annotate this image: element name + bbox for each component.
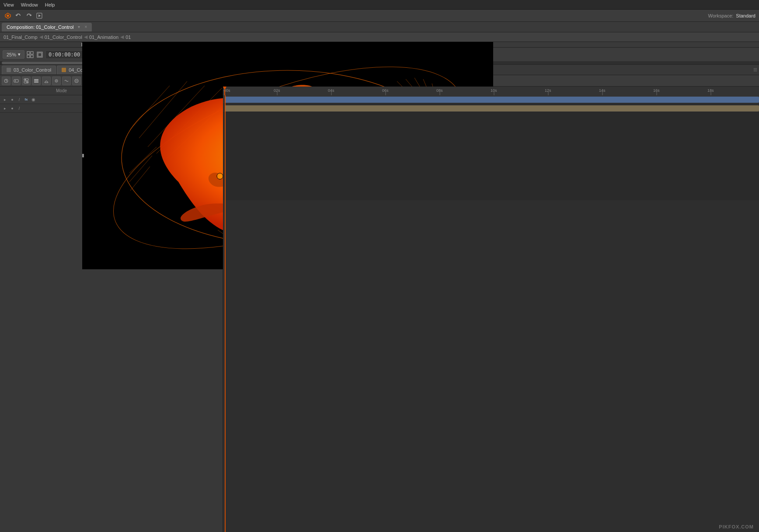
svg-text:18s: 18s bbox=[707, 88, 714, 93]
svg-text:04s: 04s bbox=[328, 88, 334, 93]
breadcrumb-sep-2: ◀ bbox=[120, 34, 124, 40]
breadcrumb-item-0[interactable]: 01_Final_Comp bbox=[3, 35, 38, 40]
svg-text:02s: 02s bbox=[274, 88, 280, 93]
svg-rect-34 bbox=[31, 52, 33, 54]
svg-point-29 bbox=[217, 173, 223, 179]
render-icon[interactable] bbox=[35, 11, 44, 20]
layer-1-solo-icon[interactable]: ● bbox=[10, 106, 15, 111]
viewer-canvas-handle-left[interactable] bbox=[82, 154, 84, 157]
menu-view[interactable]: View bbox=[3, 2, 14, 7]
track-row-0 bbox=[223, 95, 759, 104]
svg-point-68 bbox=[27, 81, 28, 83]
svg-rect-38 bbox=[38, 53, 42, 56]
timeline-tab-color-0 bbox=[7, 68, 11, 72]
toolbar: Workspace: Standard bbox=[0, 10, 759, 22]
ruler-svg: 00s 02s 04s 06s 08s bbox=[223, 87, 759, 95]
app-logo-icon bbox=[3, 11, 12, 20]
timeline-menu-icon[interactable]: ≡ bbox=[753, 66, 757, 74]
fit-to-comp-icon[interactable] bbox=[26, 51, 34, 59]
svg-rect-35 bbox=[27, 55, 30, 58]
menu-window[interactable]: Window bbox=[21, 2, 38, 7]
undo-icon[interactable] bbox=[14, 11, 23, 20]
tl-expression-icon[interactable] bbox=[62, 76, 71, 85]
tl-effect-icon[interactable] bbox=[52, 76, 61, 85]
timeline-tab-color-1 bbox=[62, 68, 66, 72]
comp-tab-bar: Composition: 01_Color_Control ▾ × bbox=[0, 22, 759, 32]
menu-help[interactable]: Help bbox=[45, 2, 55, 7]
layer-0-fx-icon[interactable]: fx bbox=[24, 97, 29, 102]
workspace-label: Workspace: bbox=[708, 13, 733, 18]
track-bar-0[interactable] bbox=[225, 97, 759, 103]
layer-0-pencil-icon[interactable]: / bbox=[17, 97, 22, 102]
breadcrumb-sep-1: ◀ bbox=[84, 34, 87, 40]
layer-1-expand[interactable]: ▸ bbox=[2, 105, 8, 111]
viewer-section bbox=[0, 42, 759, 47]
svg-marker-3 bbox=[38, 14, 41, 17]
empty-track-area bbox=[223, 113, 759, 200]
layer-0-paint-icon[interactable]: ◉ bbox=[31, 97, 36, 102]
track-area bbox=[223, 95, 759, 532]
breadcrumb-sep-0: ◀ bbox=[39, 34, 43, 40]
breadcrumb: 01_Final_Comp ◀ 01_Color_Control ◀ 01_An… bbox=[0, 32, 759, 42]
breadcrumb-item-3[interactable]: 01 bbox=[125, 35, 131, 40]
tl-right: 00s 02s 04s 06s 08s bbox=[223, 87, 759, 532]
track-row-1 bbox=[223, 104, 759, 113]
menu-bar: View Window Help bbox=[0, 0, 759, 10]
track-bar-1[interactable] bbox=[225, 105, 759, 111]
layer-0-expand[interactable]: ▸ bbox=[2, 97, 8, 103]
watermark: PIKFOX.COM bbox=[719, 524, 754, 529]
svg-rect-69 bbox=[34, 79, 38, 80]
svg-text:12s: 12s bbox=[545, 88, 551, 93]
viewer-row bbox=[0, 42, 759, 47]
svg-text:08s: 08s bbox=[436, 88, 443, 93]
tl-motion-blur-icon[interactable] bbox=[72, 76, 81, 85]
zoom-dropdown-icon[interactable]: ▾ bbox=[18, 52, 21, 57]
zoom-control[interactable]: 25% ▾ bbox=[3, 50, 24, 59]
breadcrumb-item-1[interactable]: 01_Color_Control bbox=[45, 35, 82, 40]
svg-point-73 bbox=[56, 80, 57, 81]
svg-rect-33 bbox=[27, 52, 30, 54]
svg-text:16s: 16s bbox=[653, 88, 660, 93]
workspace-value[interactable]: Standard bbox=[736, 13, 756, 18]
svg-rect-36 bbox=[31, 55, 33, 58]
breadcrumb-item-2[interactable]: 01_Animation bbox=[89, 35, 118, 40]
svg-line-63 bbox=[6, 81, 7, 81]
svg-rect-71 bbox=[34, 82, 38, 83]
timeline-ruler: 00s 02s 04s 06s 08s bbox=[223, 87, 759, 95]
zoom-value: 25% bbox=[7, 52, 16, 57]
comp-tab-title: Composition: 01_Color_Control bbox=[7, 24, 73, 30]
comp-tab-active[interactable]: Composition: 01_Color_Control ▾ × bbox=[2, 23, 92, 31]
safe-margins-icon[interactable] bbox=[36, 51, 44, 59]
layer-0-solo-icon[interactable]: ● bbox=[10, 97, 15, 102]
app-wrapper: View Window Help Workspace: Standard Com… bbox=[0, 0, 759, 532]
svg-point-66 bbox=[25, 79, 26, 80]
svg-rect-70 bbox=[34, 80, 38, 81]
comp-tab-dropdown-icon[interactable]: ▾ bbox=[76, 24, 82, 29]
timecode-display[interactable]: 0:00:00:00 bbox=[45, 50, 83, 59]
layer-1-pencil-icon[interactable]: / bbox=[17, 106, 22, 111]
tl-switches-icon[interactable] bbox=[22, 76, 31, 85]
comp-tab-close-icon[interactable]: × bbox=[84, 24, 87, 29]
svg-text:10s: 10s bbox=[491, 88, 497, 93]
timeline-tab-label-0: 03_Color_Control bbox=[14, 67, 51, 73]
svg-text:14s: 14s bbox=[599, 88, 606, 93]
svg-text:06s: 06s bbox=[382, 88, 389, 93]
tl-layer-icon[interactable] bbox=[32, 76, 41, 85]
tl-mask-icon[interactable] bbox=[42, 76, 51, 85]
workspace-area: Workspace: Standard bbox=[708, 13, 756, 18]
tl-solo-icon[interactable] bbox=[12, 76, 21, 85]
svg-rect-64 bbox=[14, 80, 18, 82]
svg-marker-1 bbox=[7, 14, 9, 17]
redo-icon[interactable] bbox=[24, 11, 33, 20]
timeline-tab-0[interactable]: 03_Color_Control bbox=[2, 66, 56, 74]
playhead-line bbox=[225, 95, 226, 532]
tl-time-remap-icon[interactable] bbox=[2, 76, 10, 85]
